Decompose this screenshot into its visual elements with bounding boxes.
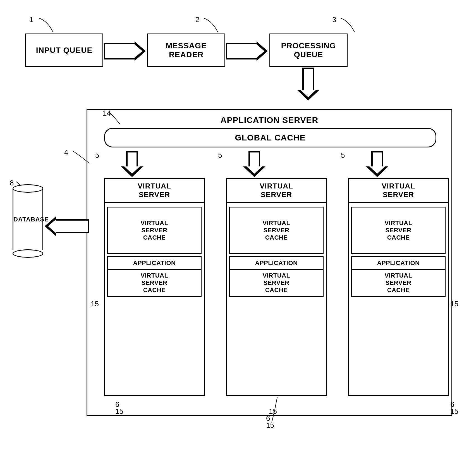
vs3-app-header: APPLICATION [352, 257, 445, 270]
vs1-cache2: VIRTUAL SERVER CACHE [108, 270, 201, 296]
ref-8: 8 [10, 179, 14, 187]
ref-1: 1 [29, 15, 33, 24]
vs2-cache1: VIRTUAL SERVER CACHE [229, 207, 324, 254]
vs1-header: VIRTUAL SERVER [105, 179, 204, 203]
ref-3-line [338, 18, 360, 35]
processing-queue-box: PROCESSING QUEUE [269, 34, 348, 67]
db-bottom [13, 249, 43, 258]
arrow-gc-vs2 [243, 151, 265, 177]
vs-column-3: VIRTUAL SERVER VIRTUAL SERVER CACHE APPL… [348, 178, 449, 396]
diagram: 1 2 3 INPUT QUEUE MESSAGE READER [0, 0, 476, 456]
ref-15-col3-bot: 15 [450, 407, 458, 416]
vs2-app-header: APPLICATION [230, 257, 323, 270]
ref-15-col3-right: 15 [450, 300, 458, 308]
ref-15-center2: 15 [266, 421, 274, 430]
db-label: DATABASE [13, 215, 42, 223]
vs2-cache2: VIRTUAL SERVER CACHE [230, 270, 323, 296]
arrow-pq-down [297, 68, 319, 101]
ref-1-line [36, 18, 59, 35]
arrow-mr-to-pq [226, 41, 268, 61]
arrow-to-db [45, 216, 89, 236]
vs3-app-block: APPLICATION VIRTUAL SERVER CACHE [351, 256, 446, 297]
input-queue-box: INPUT QUEUE [25, 34, 103, 67]
vs2-app-block: APPLICATION VIRTUAL SERVER CACHE [229, 256, 324, 297]
db-top [13, 184, 43, 193]
vs2-header: VIRTUAL SERVER [227, 179, 326, 203]
vs3-header: VIRTUAL SERVER [349, 179, 448, 203]
vs1-cache1: VIRTUAL SERVER CACHE [107, 207, 202, 254]
ref-center-lines [249, 397, 305, 431]
vs3-cache1: VIRTUAL SERVER CACHE [351, 207, 446, 254]
vs3-cache2: VIRTUAL SERVER CACHE [352, 270, 445, 296]
vs-column-1: VIRTUAL SERVER VIRTUAL SERVER CACHE APPL… [104, 178, 205, 396]
ref-14: 14 [103, 109, 111, 118]
ref-15-col1-bot: 15 [115, 407, 123, 416]
ref-2-line [201, 18, 223, 35]
arrow-gc-vs1 [121, 151, 143, 177]
app-server-box: APPLICATION SERVER GLOBAL CACHE 5 5 [87, 109, 452, 416]
app-server-title: APPLICATION SERVER [87, 115, 451, 125]
db-body: DATABASE [13, 188, 43, 250]
arrow-iq-to-mr [104, 41, 146, 61]
ref-3: 3 [332, 15, 336, 24]
arrow-gc-vs3 [366, 151, 388, 177]
ref-5-1: 5 [95, 151, 99, 160]
vs-column-2: VIRTUAL SERVER VIRTUAL SERVER CACHE APPL… [226, 178, 327, 396]
global-cache-box: GLOBAL CACHE [104, 128, 436, 147]
ref-5-2: 5 [218, 151, 222, 160]
ref-15-col1-top: 15 [91, 300, 99, 308]
ref-5-3: 5 [341, 151, 345, 160]
ref-2: 2 [195, 15, 199, 24]
vs1-app-block: APPLICATION VIRTUAL SERVER CACHE [107, 256, 202, 297]
database: DATABASE [13, 184, 43, 262]
message-reader-box: MESSAGE READER [147, 34, 225, 67]
vs1-app-header: APPLICATION [108, 257, 201, 270]
ref-4: 4 [64, 148, 68, 157]
